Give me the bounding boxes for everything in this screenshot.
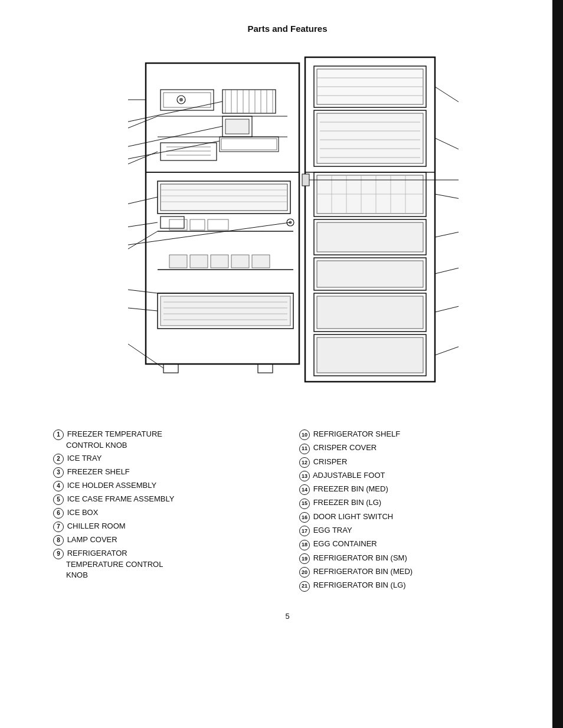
part-label: FREEZER BIN (MED) bbox=[313, 484, 388, 493]
svg-rect-16 bbox=[225, 119, 249, 134]
svg-rect-40 bbox=[169, 255, 187, 268]
list-item: 13 ADJUSTABLE FOOT bbox=[299, 470, 522, 481]
fridge-diagram: 1 2 3 4 5 6 7 8 9 10 bbox=[128, 45, 459, 399]
svg-rect-52 bbox=[163, 364, 178, 373]
part-label: CRISPER COVER bbox=[313, 443, 377, 452]
part-label-cont: CONTROL KNOB bbox=[53, 441, 127, 450]
part-label: FREEZER TEMPERATURE bbox=[67, 429, 162, 438]
list-item: 9 REFRIGERATOR TEMPERATURE CONTROL KNOB bbox=[53, 548, 276, 581]
part-label: EGG CONTAINER bbox=[313, 539, 377, 548]
list-item: 1 FREEZER TEMPERATURE CONTROL KNOB bbox=[53, 429, 276, 451]
svg-rect-43 bbox=[231, 255, 249, 268]
svg-rect-53 bbox=[258, 364, 273, 373]
svg-line-88 bbox=[128, 101, 222, 128]
svg-line-100 bbox=[435, 87, 459, 113]
svg-rect-41 bbox=[190, 255, 208, 268]
part-number: 3 bbox=[53, 467, 64, 478]
list-item: 10 REFRIGERATOR SHELF bbox=[299, 429, 522, 440]
list-item: 3 FREEZER SHELF bbox=[53, 467, 276, 478]
list-item: 12 CRISPER bbox=[299, 457, 522, 468]
list-item: 19 REFRIGERATOR BIN (SM) bbox=[299, 553, 522, 564]
part-label: ADJUSTABLE FOOT bbox=[313, 471, 385, 480]
svg-rect-18 bbox=[163, 93, 211, 107]
part-number: 5 bbox=[53, 494, 64, 505]
svg-rect-28 bbox=[161, 184, 287, 211]
svg-rect-63 bbox=[317, 113, 423, 163]
svg-line-91 bbox=[128, 141, 220, 165]
svg-line-101 bbox=[435, 138, 459, 158]
svg-rect-86 bbox=[302, 174, 309, 186]
parts-column-left: 1 FREEZER TEMPERATURE CONTROL KNOB 2 ICE… bbox=[53, 429, 276, 594]
part-number: 1 bbox=[53, 429, 64, 440]
page-number: 5 bbox=[35, 612, 539, 621]
svg-line-95 bbox=[128, 222, 290, 249]
part-label: LAMP COVER bbox=[67, 535, 117, 544]
part-number: 9 bbox=[53, 549, 64, 559]
part-number: 6 bbox=[53, 508, 64, 519]
part-label-cont2: KNOB bbox=[53, 570, 88, 579]
svg-line-93 bbox=[128, 197, 158, 211]
svg-rect-22 bbox=[221, 139, 277, 150]
part-number: 7 bbox=[53, 522, 64, 532]
part-label: EGG TRAY bbox=[313, 526, 352, 534]
part-label: REFRIGERATOR SHELF bbox=[313, 429, 401, 438]
part-label: ICE TRAY bbox=[67, 454, 102, 463]
part-number: 10 bbox=[299, 429, 310, 440]
list-item: 4 ICE HOLDER ASSEMBLY bbox=[53, 480, 276, 491]
part-label: REFRIGERATOR BIN (SM) bbox=[313, 553, 407, 562]
list-item: 20 REFRIGERATOR BIN (MED) bbox=[299, 566, 522, 578]
part-label: REFRIGERATOR BIN (MED) bbox=[313, 567, 413, 576]
svg-rect-36 bbox=[208, 219, 228, 230]
list-item: 2 ICE TRAY bbox=[53, 453, 276, 464]
part-label: REFRIGERATOR bbox=[67, 549, 127, 558]
list-item: 14 FREEZER BIN (MED) bbox=[299, 484, 522, 495]
part-number: 2 bbox=[53, 454, 64, 464]
svg-point-20 bbox=[179, 98, 183, 101]
part-number: 18 bbox=[299, 540, 310, 550]
page: Parts and Features bbox=[0, 0, 563, 728]
part-number: 16 bbox=[299, 512, 310, 523]
part-number: 11 bbox=[299, 444, 310, 454]
part-number: 15 bbox=[299, 499, 310, 509]
list-item: 21 REFRIGERATOR BIN (LG) bbox=[299, 580, 522, 591]
list-item: 6 ICE BOX bbox=[53, 507, 276, 519]
svg-line-94 bbox=[128, 222, 158, 231]
svg-line-103 bbox=[435, 194, 459, 202]
list-item: 8 LAMP COVER bbox=[53, 534, 276, 546]
svg-line-105 bbox=[435, 264, 459, 274]
list-item: 16 DOOR LIGHT SWITCH bbox=[299, 511, 522, 523]
part-label: CRISPER bbox=[313, 457, 348, 466]
svg-rect-21 bbox=[220, 137, 279, 152]
svg-rect-32 bbox=[161, 217, 184, 228]
svg-line-97 bbox=[128, 286, 158, 293]
part-number: 19 bbox=[299, 553, 310, 564]
svg-rect-44 bbox=[252, 255, 270, 268]
part-label: CHILLER ROOM bbox=[67, 522, 126, 530]
svg-rect-70 bbox=[317, 175, 423, 214]
part-label: ICE CASE FRAME ASSEMBLY bbox=[67, 494, 175, 503]
svg-rect-83 bbox=[317, 296, 423, 329]
part-number: 14 bbox=[299, 484, 310, 495]
part-label: ICE BOX bbox=[67, 508, 99, 517]
part-number: 4 bbox=[53, 481, 64, 491]
part-label: ICE HOLDER ASSEMBLY bbox=[67, 481, 156, 490]
page-title: Parts and Features bbox=[35, 18, 539, 34]
right-border-decoration bbox=[552, 0, 563, 728]
part-label-cont: TEMPERATURE CONTROL bbox=[53, 560, 163, 569]
part-number: 13 bbox=[299, 471, 310, 481]
svg-line-89 bbox=[128, 116, 158, 140]
part-number: 17 bbox=[299, 526, 310, 536]
svg-line-90 bbox=[128, 126, 222, 153]
parts-section: 1 FREEZER TEMPERATURE CONTROL KNOB 2 ICE… bbox=[35, 429, 539, 594]
part-label: FREEZER BIN (LG) bbox=[313, 498, 382, 507]
svg-rect-47 bbox=[161, 296, 290, 326]
svg-rect-35 bbox=[190, 219, 205, 230]
list-item: 17 EGG TRAY bbox=[299, 525, 522, 536]
list-item: 11 CRISPER COVER bbox=[299, 442, 522, 454]
part-number: 20 bbox=[299, 567, 310, 578]
list-item: 5 ICE CASE FRAME ASSEMBLY bbox=[53, 494, 276, 505]
part-label: REFRIGERATOR BIN (LG) bbox=[313, 581, 406, 589]
svg-line-96 bbox=[128, 231, 158, 267]
part-number: 12 bbox=[299, 457, 310, 468]
list-item: 7 CHILLER ROOM bbox=[53, 521, 276, 532]
